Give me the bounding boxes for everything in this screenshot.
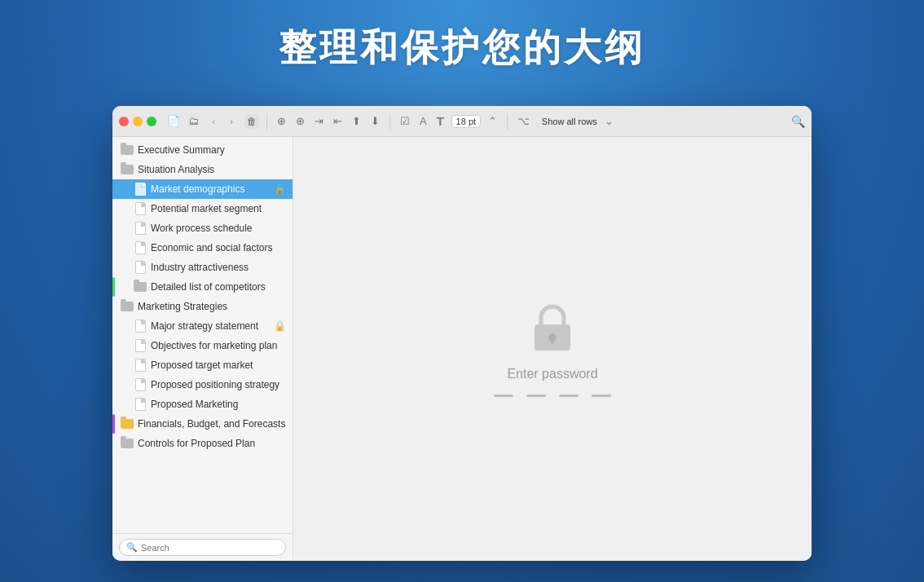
search-icon[interactable]: 🔍 [791, 115, 805, 128]
sidebar-item-proposed-positioning[interactable]: Proposed positioning strategy [112, 375, 293, 395]
doc-icon-potential [134, 202, 147, 215]
lock-icon-large [530, 302, 575, 354]
separator-3 [507, 113, 508, 130]
outdent-icon[interactable]: ⇤ [331, 113, 345, 129]
separator-1 [266, 113, 267, 130]
font-size-stepper[interactable]: ⌃ [486, 113, 499, 129]
sidebar-items: Executive Summary Situation Analysis Mar… [112, 137, 293, 533]
traffic-lights [119, 117, 156, 126]
move-up-icon[interactable]: ⬆ [350, 113, 363, 129]
green-accent-bar [112, 277, 115, 297]
doc-icon-major [134, 320, 147, 333]
text-size-icon[interactable]: T [434, 112, 447, 130]
password-dash-4 [592, 395, 611, 397]
folder-icon-situation [121, 163, 134, 176]
separator-2 [389, 113, 390, 130]
search-magnifier-icon: 🔍 [126, 542, 138, 553]
folder-icon-marketing [121, 300, 134, 313]
zoom-button[interactable] [147, 117, 156, 126]
nav-forward-button[interactable]: › [223, 113, 240, 130]
sidebar-item-objectives[interactable]: Objectives for marketing plan [112, 336, 293, 355]
sidebar-item-situation-analysis[interactable]: Situation Analysis [112, 160, 293, 179]
sidebar-item-financials[interactable]: Financials, Budget, and Forecasts [112, 414, 293, 434]
lock-icon-major: 🔒 [274, 320, 286, 332]
content-area: Executive Summary Situation Analysis Mar… [112, 137, 812, 561]
sidebar-item-marketing-strategies[interactable]: Marketing Strategies [112, 297, 293, 316]
password-dash-2 [526, 395, 546, 397]
sidebar-item-work-process[interactable]: Work process schedule [112, 218, 293, 238]
doc-icon-positioning [134, 378, 147, 391]
folder-icon-controls [121, 437, 134, 450]
doc-icon-industry [134, 261, 147, 274]
folder-icon-executive [121, 143, 134, 157]
sidebar-item-proposed-marketing[interactable]: Proposed Marketing [112, 395, 293, 414]
page-title: 整理和保护您的大纲 [0, 23, 924, 73]
doc-icon-work [134, 222, 147, 235]
sidebar-item-market-demographics[interactable]: Market demographics 🔒 [112, 179, 293, 199]
move-down-icon[interactable]: ⬇ [368, 113, 382, 129]
filter-arrow[interactable]: ⌄ [602, 113, 616, 129]
doc-icon-target [134, 359, 147, 372]
doc-icon-market [134, 183, 147, 196]
purple-accent-bar [112, 414, 115, 434]
doc-icon-economic [134, 241, 147, 254]
password-dash-3 [559, 395, 579, 397]
doc-icon-objectives [134, 339, 147, 352]
search-input[interactable] [141, 543, 279, 553]
filter-icon[interactable]: ⌥ [515, 113, 532, 129]
search-container: 🔍 [119, 539, 286, 556]
filter-label: Show all rows [542, 117, 597, 126]
sidebar-item-executive-summary[interactable]: Executive Summary [112, 140, 293, 160]
sidebar-item-major-strategy[interactable]: Major strategy statement 🔒 [112, 316, 293, 336]
checkbox-icon[interactable]: ☑ [398, 113, 412, 129]
minimize-button[interactable] [133, 117, 143, 126]
nav-back-button[interactable]: ‹ [205, 113, 222, 130]
close-button[interactable] [119, 117, 129, 126]
sidebar-item-economic[interactable]: Economic and social factors [112, 238, 293, 258]
nav-buttons: ‹ › [205, 113, 240, 130]
main-content-area: Enter password [293, 137, 812, 561]
sidebar-item-potential-market[interactable]: Potential market segment [112, 199, 293, 218]
add-row-above-icon[interactable]: ⊕ [275, 113, 288, 129]
sidebar-item-proposed-target[interactable]: Proposed target market [112, 355, 293, 375]
password-dots [494, 395, 611, 397]
folder-icon[interactable]: 🗂 [186, 114, 200, 129]
sidebar-item-controls[interactable]: Controls for Proposed Plan [112, 434, 293, 453]
app-window: 📄 🗂 ‹ › 🗑 ⊕ ⊕ ⇥ ⇤ ⬆ ⬇ ☑ A T 18 pt ⌃ ⌥ Sh… [112, 106, 812, 561]
document-icon[interactable]: 📄 [166, 114, 181, 129]
sidebar-item-industry[interactable]: Industry attractiveness [112, 258, 293, 277]
password-dash-1 [494, 395, 513, 397]
folder-icon-financials [121, 417, 134, 430]
doc-icon-proposed-marketing [134, 398, 147, 411]
lock-icon-market: 🔒 [274, 183, 286, 195]
font-icon[interactable]: A [417, 113, 429, 129]
folder-icon-competitors [134, 280, 147, 293]
password-label: Enter password [507, 367, 597, 381]
add-row-below-icon[interactable]: ⊕ [293, 113, 307, 129]
password-panel: Enter password [494, 302, 611, 397]
svg-rect-2 [551, 337, 554, 344]
font-size-display[interactable]: 18 pt [451, 115, 481, 128]
sidebar: Executive Summary Situation Analysis Mar… [112, 137, 293, 561]
delete-icon[interactable]: 🗑 [244, 114, 259, 129]
toolbar: 📄 🗂 ‹ › 🗑 ⊕ ⊕ ⇥ ⇤ ⬆ ⬇ ☑ A T 18 pt ⌃ ⌥ Sh… [112, 106, 812, 137]
sidebar-item-detailed-competitors[interactable]: Detailed list of competitors [112, 277, 293, 297]
sidebar-search-area: 🔍 [112, 533, 293, 561]
indent-icon[interactable]: ⇥ [312, 113, 326, 129]
